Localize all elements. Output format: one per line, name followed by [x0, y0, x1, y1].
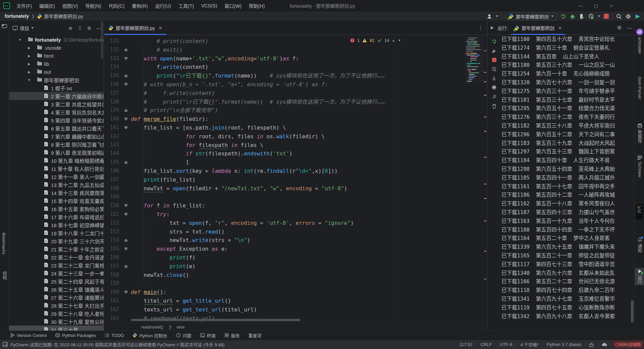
code-line[interactable]: 151 try:: [104, 210, 487, 219]
tool-windows-toggle-icon[interactable]: [3, 342, 8, 347]
error-stripe-mark[interactable]: [484, 131, 486, 132]
profiler-dropdown-icon[interactable]: [598, 15, 600, 17]
toolwindow-终端[interactable]: 终端: [200, 332, 216, 339]
tree-file[interactable]: 11 第十章 有人前行背剑匣.txt: [9, 164, 104, 172]
run-console-output[interactable]: 已下载1100 第四百五十六章 青冥宫中论短长已下载1274 第六百三十章 朝会…: [501, 35, 632, 331]
code-line[interactable]: 140def merge_file(filedir):: [104, 115, 487, 123]
tree-file[interactable]: 17 第十六章 布袋戏说后建事.txt: [9, 213, 104, 221]
tree-file[interactable]: 3 第二章 井底之蛙望井口.txt: [9, 100, 104, 108]
code-line[interactable]: 149: [104, 193, 487, 201]
fold-marker-icon[interactable]: [124, 126, 127, 129]
tree-file[interactable]: 8 第七章 阴沉暗卫着飞鱼.txt: [9, 140, 104, 148]
menu-8[interactable]: VCS(S): [198, 0, 221, 11]
fold-marker-icon[interactable]: [124, 57, 127, 60]
code-line[interactable]: 136 # with open(b_n + '.txt', "a+", enco…: [104, 80, 487, 89]
profiler-button[interactable]: [588, 13, 594, 19]
panel-options-gear-icon[interactable]: [86, 26, 93, 31]
toolwindow-todo[interactable]: TODO: [105, 333, 124, 338]
console-scrollbar[interactable]: [631, 300, 634, 322]
tree-expand-icon[interactable]: ▶: [27, 70, 32, 74]
code-line[interactable]: 133 with open(name+'.txt',"w",encoding='…: [104, 54, 487, 63]
tree-folder[interactable]: ▶html: [9, 52, 104, 60]
tree-file[interactable]: 26 第二十五章 镇魔道人三十六.txt: [9, 285, 104, 293]
error-stripe-mark[interactable]: [484, 81, 486, 82]
indent-setting[interactable]: 4 个空格*: [520, 341, 539, 348]
code-line[interactable]: 148 newTxt = open(filedir + "/newTxt.txt…: [104, 184, 487, 193]
print-icon[interactable]: [491, 85, 497, 90]
code-line[interactable]: 146 file_list.sort(key = lambda x: int(r…: [104, 167, 487, 176]
close-button[interactable]: ✕: [604, 0, 619, 11]
stop-icon[interactable]: [492, 58, 496, 62]
stripe-database[interactable]: 数据库: [635, 122, 644, 144]
scroll-to-end-icon[interactable]: [491, 76, 497, 81]
tab-close-icon[interactable]: ✕: [159, 26, 162, 31]
error-stripe-mark[interactable]: [484, 220, 486, 221]
menu-10[interactable]: 帮助(H): [245, 0, 268, 11]
menu-9[interactable]: 窗口(W): [221, 0, 245, 11]
stop-button[interactable]: [604, 14, 609, 19]
tree-folder[interactable]: ▶out: [9, 68, 104, 76]
tree-file[interactable]: 23 第二十二章 龙门客栈风云动.txt: [9, 261, 104, 269]
prev-issue-icon[interactable]: ▲: [392, 39, 395, 42]
fold-marker-icon[interactable]: [124, 74, 127, 77]
fold-marker-icon[interactable]: [124, 204, 127, 207]
menu-3[interactable]: 导航(N): [82, 0, 105, 11]
project-panel-title[interactable]: 项目: [20, 25, 29, 32]
tree-file[interactable]: 18 第十七章 初显峥嵘镇魔殿.txt: [9, 221, 104, 229]
fold-marker-icon[interactable]: [124, 247, 127, 250]
error-stripe-mark[interactable]: [484, 116, 486, 117]
run-tab-close-icon[interactable]: ✕: [558, 26, 562, 31]
settings-wrench-icon[interactable]: [491, 48, 497, 54]
tree-file[interactable]: 28 第二十七章 大打出手有神通.txt: [9, 301, 104, 309]
status-message[interactable]: PyCharm 试用已到期: 在 2022-06-11 00:00 前购买并激活…: [10, 341, 224, 348]
menu-2[interactable]: 视图(V): [59, 0, 82, 11]
tree-file[interactable]: 4 第三章 背后负剑名大岚.txt: [9, 108, 104, 116]
code-line[interactable]: 150 for f in file_list:: [104, 201, 487, 210]
fold-marker-icon[interactable]: [124, 265, 127, 268]
file-encoding[interactable]: UTF-8: [500, 342, 513, 347]
stripe-notifications[interactable]: 通知: [635, 236, 644, 254]
menu-1[interactable]: 编辑(E): [36, 0, 59, 11]
code-line[interactable]: 162 texts_url = get_text_url(titel_url): [104, 305, 487, 314]
tree-expand-icon[interactable]: ▶: [27, 62, 32, 66]
toolwindow-python-控制台[interactable]: Python 控制台: [132, 332, 167, 339]
breadcrumb-function[interactable]: readnovel(): [141, 325, 163, 330]
toolwindow-python-packages[interactable]: Python Packages: [55, 333, 96, 338]
settings-gear-icon[interactable]: [625, 13, 631, 19]
tree-root[interactable]: ▼fortunatelyD:\Desktop\fortuna: [9, 36, 104, 44]
memory-indicator[interactable]: 909/2028M CSDN @规斯: [615, 341, 643, 348]
debug-button[interactable]: [570, 13, 576, 19]
code-line[interactable]: 141 file_list = [os.path.join(root, file…: [104, 123, 487, 132]
tree-file[interactable]: 30 第二十九章 复姓公孙名仲谋.txt: [9, 317, 104, 326]
interpreter[interactable]: Python 3.7 (base): [547, 342, 581, 347]
next-issue-icon[interactable]: ▼: [398, 39, 401, 42]
run-configuration-select[interactable]: 那年那蝉那把剑: [505, 12, 557, 20]
sync-cloud-icon[interactable]: [602, 342, 607, 347]
tree-file[interactable]: 7 第六章 巍巍中都如山岳.txt: [9, 132, 104, 140]
tree-file[interactable]: 2 第一章 六骏由自中原来.txt: [9, 92, 104, 100]
error-stripe-mark[interactable]: [484, 251, 486, 252]
pin-icon[interactable]: [491, 94, 497, 100]
project-tree-scrollbar[interactable]: [101, 22, 103, 59]
clear-all-trash-icon[interactable]: [492, 104, 497, 109]
user-dropdown-icon[interactable]: [496, 15, 498, 17]
tree-file[interactable]: 5 第四章 当年铁骑今犹在.txt: [9, 116, 104, 124]
tree-expand-icon[interactable]: ▼: [18, 38, 22, 42]
tree-file[interactable]: 20 第十九章 三十六剑天下横.txt: [9, 237, 104, 245]
toolwindow-服务[interactable]: 服务: [224, 332, 240, 339]
collapse-all-icon[interactable]: [76, 26, 84, 31]
stripe-structure[interactable]: 结构: [1, 271, 8, 280]
fold-marker-icon[interactable]: [124, 83, 127, 86]
code-line[interactable]: 143 for filespath in files \: [104, 141, 487, 150]
tree-file[interactable]: 29 第二十八章 吃人者恒被吃之.txt: [9, 309, 104, 317]
tree-file[interactable]: 14 第十三章 疾风骤雨落西北.txt: [9, 189, 104, 197]
tree-expand-icon[interactable]: ▶: [27, 46, 32, 50]
toolwindow-问题[interactable]: 问题: [176, 332, 192, 339]
inspections-widget[interactable]: 1 81 14 ▲ ▼: [348, 37, 403, 44]
stripe-run[interactable]: 运行: [635, 268, 644, 285]
error-stripe-mark[interactable]: [484, 157, 486, 158]
tree-expand-icon[interactable]: ▶: [27, 54, 32, 58]
tree-file[interactable]: 9 第八章 崇龙观里初相遇.txt: [9, 148, 104, 156]
tree-file[interactable]: 13 第十二章 九品五仙说当年.txt: [9, 181, 104, 189]
tree-file[interactable]: 22 第二十一章 金丹道途龙共虎.txt: [9, 253, 104, 261]
